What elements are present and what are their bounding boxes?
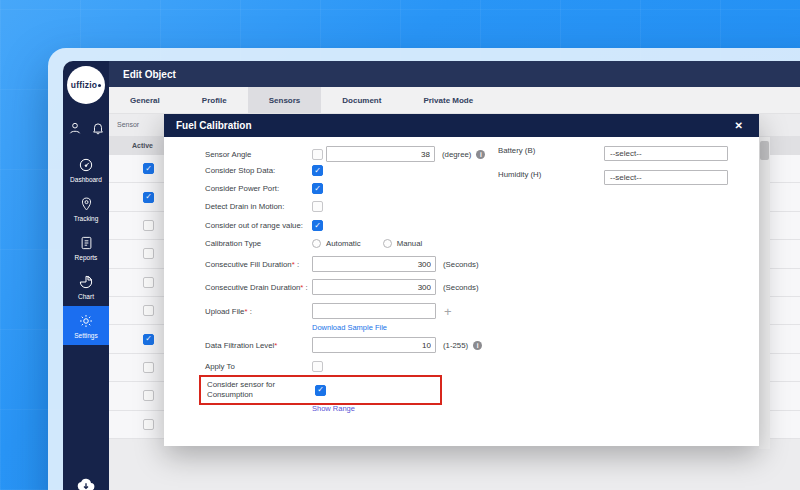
settings-gear-icon bbox=[78, 313, 94, 329]
detect-drain-in-motion-checkbox[interactable] bbox=[312, 201, 323, 212]
sidebar-item-label: Reports bbox=[75, 254, 98, 261]
unit-label: (Seconds) bbox=[443, 260, 479, 269]
data-filtration-level-input[interactable] bbox=[312, 337, 436, 353]
field-consider-power-port: Consider Power Port: bbox=[205, 183, 323, 194]
battery-select[interactable]: --select-- bbox=[604, 146, 728, 161]
window-title-text: Edit Object bbox=[123, 69, 176, 80]
tab-label: General bbox=[130, 96, 160, 105]
tracking-pin-icon bbox=[79, 196, 94, 212]
info-icon[interactable]: i bbox=[473, 341, 482, 350]
consecutive-drain-duration-input[interactable] bbox=[312, 279, 436, 295]
window-title: Edit Object bbox=[109, 61, 800, 87]
edit-object-window: uffizio Dashboard Tracking Reports bbox=[63, 61, 800, 490]
close-icon[interactable]: ✕ bbox=[731, 120, 747, 131]
consider-stop-data-checkbox[interactable] bbox=[312, 165, 323, 176]
field-label: Data Filtration Level* bbox=[205, 341, 312, 350]
consecutive-fill-duration-input[interactable] bbox=[312, 256, 436, 272]
consider-power-port-checkbox[interactable] bbox=[312, 183, 323, 194]
active-checkbox[interactable] bbox=[143, 334, 154, 345]
active-checkbox[interactable] bbox=[143, 192, 154, 203]
add-file-icon[interactable]: + bbox=[444, 304, 452, 319]
field-label: Battery (B) bbox=[498, 146, 605, 155]
active-column-header: Active bbox=[132, 142, 153, 149]
tab-private-mode[interactable]: Private Mode bbox=[402, 87, 494, 113]
active-checkbox[interactable] bbox=[143, 390, 154, 401]
sidebar-item-label: Dashboard bbox=[70, 176, 102, 183]
unit-label: (degree) bbox=[442, 150, 471, 159]
highlighted-consider-sensor-row: Consider sensor for Consumption bbox=[199, 375, 442, 405]
show-range-link[interactable]: Show Range bbox=[312, 404, 355, 413]
brand-logo[interactable]: uffizio bbox=[67, 66, 105, 104]
field-label: Consider Stop Data: bbox=[205, 166, 312, 175]
field-label: Sensor Angle bbox=[205, 150, 312, 159]
sensor-angle-checkbox[interactable] bbox=[312, 149, 323, 160]
cloud-download-icon[interactable] bbox=[76, 477, 96, 490]
sidebar-item-tracking[interactable]: Tracking bbox=[63, 189, 109, 228]
app-window-frame: uffizio Dashboard Tracking Reports bbox=[48, 48, 800, 490]
tab-label: Document bbox=[342, 96, 381, 105]
sensors-tab-content: Sensor Active Fuel Calibration ✕ Sensor … bbox=[109, 114, 800, 490]
field-label: Consider sensor for Consumption bbox=[207, 380, 308, 399]
upload-file-input[interactable] bbox=[312, 303, 436, 319]
active-checkbox[interactable] bbox=[143, 419, 154, 430]
info-icon[interactable]: i bbox=[476, 150, 485, 159]
field-apply-to: Apply To bbox=[205, 361, 323, 372]
sidebar-item-settings[interactable]: Settings bbox=[63, 306, 109, 345]
active-checkbox[interactable] bbox=[143, 163, 154, 174]
calibration-manual-radio[interactable] bbox=[383, 239, 392, 248]
field-label: Apply To bbox=[205, 362, 312, 371]
field-calibration-type: Calibration Type Automatic Manual bbox=[205, 239, 444, 248]
tab-profile[interactable]: Profile bbox=[181, 87, 248, 113]
battery-select-value: --select-- bbox=[610, 149, 642, 158]
dashboard-icon bbox=[78, 157, 94, 173]
field-label: Detect Drain in Motion: bbox=[205, 202, 312, 211]
field-label: Consecutive Drain Duration* : bbox=[205, 283, 312, 292]
active-checkbox[interactable] bbox=[143, 277, 154, 288]
active-checkbox[interactable] bbox=[143, 305, 154, 316]
active-checkbox[interactable] bbox=[143, 248, 154, 259]
radio-label: Automatic bbox=[326, 239, 361, 248]
download-sample-file-link[interactable]: Download Sample File bbox=[312, 323, 387, 332]
user-icon[interactable] bbox=[68, 121, 82, 135]
tab-bar: General Profile Sensors Document Private… bbox=[109, 87, 800, 114]
sidebar-item-dashboard[interactable]: Dashboard bbox=[63, 150, 109, 189]
active-checkbox[interactable] bbox=[143, 220, 154, 231]
unit-label: (Seconds) bbox=[443, 283, 479, 292]
modal-title: Fuel Calibration bbox=[176, 120, 252, 131]
field-label: Humidity (H) bbox=[498, 170, 605, 179]
sidebar-item-label: Settings bbox=[74, 332, 98, 339]
field-consider-out-of-range: Consider out of range value: bbox=[205, 220, 323, 231]
field-label: Upload File* : bbox=[205, 307, 312, 316]
reports-document-icon bbox=[79, 235, 94, 251]
field-consecutive-fill-duration: Consecutive Fill Duration* : (Seconds) bbox=[205, 256, 479, 272]
field-humidity: Humidity (H) bbox=[498, 170, 605, 179]
tab-sensors[interactable]: Sensors bbox=[248, 87, 322, 113]
field-consider-stop-data: Consider Stop Data: bbox=[205, 165, 323, 176]
unit-label: (1-255) bbox=[443, 341, 468, 350]
consider-out-of-range-checkbox[interactable] bbox=[312, 220, 323, 231]
tab-label: Profile bbox=[202, 96, 227, 105]
active-checkbox[interactable] bbox=[143, 362, 154, 373]
sensor-section-label: Sensor bbox=[117, 121, 139, 128]
humidity-select[interactable]: --select-- bbox=[604, 170, 728, 185]
field-battery: Battery (B) bbox=[498, 146, 605, 155]
tab-document[interactable]: Document bbox=[321, 87, 402, 113]
tab-general[interactable]: General bbox=[109, 87, 181, 113]
consider-sensor-for-consumption-checkbox[interactable] bbox=[315, 385, 326, 396]
notifications-bell-icon[interactable] bbox=[91, 121, 105, 135]
fuel-calibration-modal: Fuel Calibration ✕ Sensor Angle (degree)… bbox=[164, 114, 759, 446]
field-detect-drain-in-motion: Detect Drain in Motion: bbox=[205, 201, 323, 212]
apply-to-checkbox[interactable] bbox=[312, 361, 323, 372]
field-data-filtration-level: Data Filtration Level* (1-255) i bbox=[205, 337, 482, 353]
calibration-automatic-radio[interactable] bbox=[312, 239, 321, 248]
modal-body: Sensor Angle (degree) i Consider Stop Da… bbox=[164, 137, 759, 446]
sensor-angle-input[interactable] bbox=[326, 146, 435, 162]
field-label: Consider Power Port: bbox=[205, 184, 312, 193]
sidebar-item-reports[interactable]: Reports bbox=[63, 228, 109, 267]
field-consecutive-drain-duration: Consecutive Drain Duration* : (Seconds) bbox=[205, 279, 479, 295]
sidebar-item-chart[interactable]: Chart bbox=[63, 267, 109, 306]
pie-chart-icon bbox=[78, 274, 94, 290]
scrollbar-thumb[interactable] bbox=[760, 141, 769, 160]
sidebar-item-label: Tracking bbox=[74, 215, 99, 222]
sidebar-item-label: Chart bbox=[78, 293, 94, 300]
